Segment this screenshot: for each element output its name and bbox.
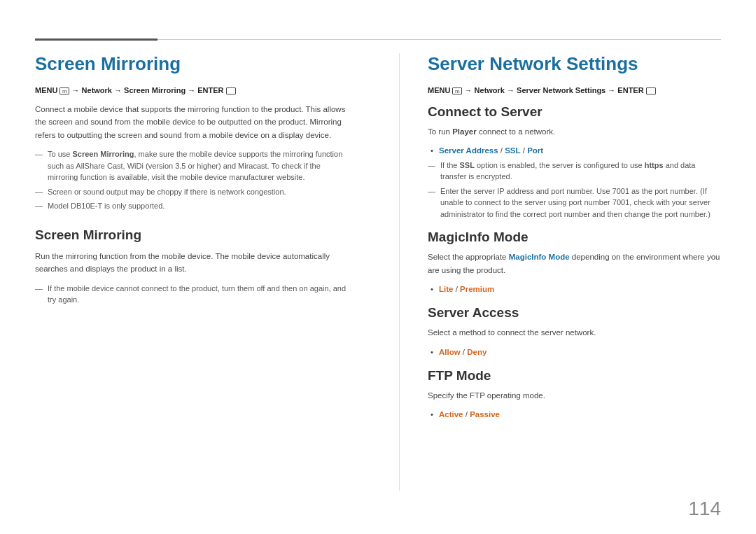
top-rule-left — [35, 38, 158, 41]
left-column: Screen Mirroring MENU m → Network → Scre… — [35, 53, 378, 491]
right-menu-path: MENU m → Network → Server Network Settin… — [428, 86, 721, 94]
column-divider — [399, 53, 400, 491]
left-note-1: To use Screen Mirroring, make sure the m… — [35, 148, 350, 183]
right-section-access-title: Server Access — [428, 305, 721, 321]
connect-body: To run Player connect to a network. — [428, 125, 721, 138]
connect-note-1: If the SSL option is enabled, the server… — [428, 160, 721, 183]
magicinfo-bullet-1: Lite / Premium — [428, 283, 721, 295]
page-container: Screen Mirroring MENU m → Network → Scre… — [0, 0, 756, 534]
right-section-connect-title: Connect to Server — [428, 104, 721, 120]
left-intro-text: Connect a mobile device that supports th… — [35, 103, 350, 141]
ftp-bullet-1: Active / Passive — [428, 409, 721, 421]
connect-note-2: Enter the server IP address and port num… — [428, 185, 721, 220]
left-notes-list: To use Screen Mirroring, make sure the m… — [35, 148, 350, 212]
ftp-body: Specify the FTP operating mode. — [428, 389, 721, 402]
right-section-magicinfo-title: MagicInfo Mode — [428, 230, 721, 245]
connect-bullets: Server Address / SSL / Port — [428, 145, 721, 157]
access-bullets: Allow / Deny — [428, 346, 721, 358]
left-sub-title: Screen Mirroring — [35, 227, 350, 243]
magicinfo-bullets: Lite / Premium — [428, 283, 721, 295]
left-note-3: Model DB10E-T is only supported. — [35, 200, 350, 212]
right-section-ftp-title: FTP Mode — [428, 368, 721, 384]
top-rule — [35, 38, 721, 41]
access-body: Select a method to connect the server ne… — [428, 326, 721, 339]
left-sub-body: Run the mirroring function from the mobi… — [35, 250, 350, 276]
magicinfo-body: Select the appropriate MagicInfo Mode de… — [428, 251, 721, 276]
right-section-title: Server Network Settings — [428, 53, 721, 75]
left-menu-path: MENU m → Network → Screen Mirroring → EN… — [35, 86, 350, 94]
top-rule-right — [158, 39, 721, 40]
access-bullet-1: Allow / Deny — [428, 346, 721, 358]
left-sub-note-1: If the mobile device cannot connect to t… — [35, 283, 350, 306]
left-sub-notes: If the mobile device cannot connect to t… — [35, 283, 350, 306]
right-column: Server Network Settings MENU m → Network… — [421, 53, 721, 491]
left-section-title: Screen Mirroring — [35, 53, 350, 75]
page-number: 114 — [35, 491, 721, 534]
left-note-2: Screen or sound output may be choppy if … — [35, 186, 350, 198]
connect-bullet-1: Server Address / SSL / Port — [428, 145, 721, 157]
columns: Screen Mirroring MENU m → Network → Scre… — [35, 53, 721, 491]
ftp-bullets: Active / Passive — [428, 409, 721, 421]
